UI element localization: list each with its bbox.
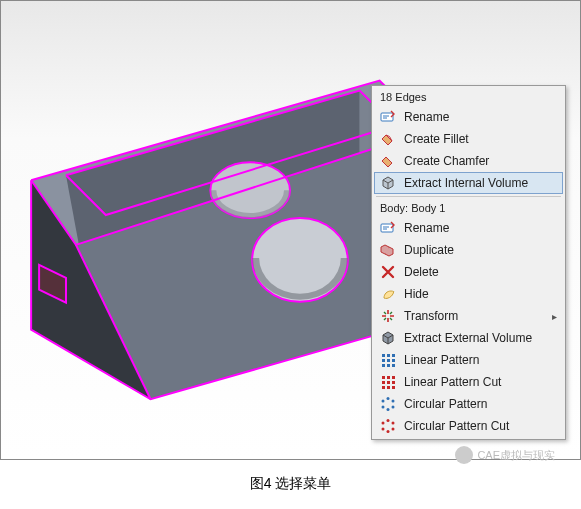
menu-item-extract-internal-volume[interactable]: Extract Internal Volume (374, 172, 563, 194)
menu-label: Create Chamfer (404, 154, 557, 168)
svg-point-40 (387, 430, 390, 433)
svg-point-35 (382, 406, 385, 409)
svg-rect-30 (392, 386, 395, 389)
svg-rect-13 (382, 354, 385, 357)
circular-pattern-icon (380, 396, 396, 412)
menu-label: Circular Pattern Cut (404, 419, 557, 433)
hide-icon (380, 286, 396, 302)
svg-point-32 (392, 400, 395, 403)
menu-item-linear-pattern[interactable]: Linear Pattern (374, 349, 563, 371)
linear-pattern-cut-icon (380, 374, 396, 390)
menu-label: Rename (404, 110, 557, 124)
svg-rect-18 (392, 359, 395, 362)
menu-item-create-chamfer[interactable]: Create Chamfer (374, 150, 563, 172)
chamfer-icon (380, 153, 396, 169)
menu-item-circular-pattern[interactable]: Circular Pattern (374, 393, 563, 415)
svg-rect-19 (382, 364, 385, 367)
svg-rect-28 (382, 386, 385, 389)
svg-rect-24 (392, 376, 395, 379)
svg-point-42 (382, 422, 385, 425)
svg-point-34 (387, 408, 390, 411)
menu-label: Transform (404, 309, 557, 323)
menu-header-edges: 18 Edges (374, 88, 563, 106)
menu-label: Hide (404, 287, 557, 301)
svg-rect-23 (387, 376, 390, 379)
svg-point-31 (387, 397, 390, 400)
transform-icon (380, 308, 396, 324)
svg-rect-26 (387, 381, 390, 384)
viewport-3d[interactable]: 18 Edges Rename Create Fillet Create Cha… (0, 0, 581, 460)
menu-item-circular-pattern-cut[interactable]: Circular Pattern Cut (374, 415, 563, 437)
svg-rect-22 (382, 376, 385, 379)
menu-label: Create Fillet (404, 132, 557, 146)
svg-point-39 (392, 428, 395, 431)
menu-item-linear-pattern-cut[interactable]: Linear Pattern Cut (374, 371, 563, 393)
fillet-icon (380, 131, 396, 147)
svg-point-41 (382, 428, 385, 431)
extract-external-icon (380, 330, 396, 346)
menu-label: Rename (404, 221, 557, 235)
extract-internal-icon (380, 175, 396, 191)
menu-item-hide[interactable]: Hide (374, 283, 563, 305)
svg-rect-16 (382, 359, 385, 362)
menu-label: Delete (404, 265, 557, 279)
svg-rect-21 (392, 364, 395, 367)
duplicate-icon (380, 242, 396, 258)
svg-point-38 (392, 422, 395, 425)
svg-rect-15 (392, 354, 395, 357)
menu-label: Linear Pattern (404, 353, 557, 367)
delete-icon (380, 264, 396, 280)
watermark-icon (455, 446, 473, 464)
svg-rect-20 (387, 364, 390, 367)
menu-label: Duplicate (404, 243, 557, 257)
watermark: CAE虚拟与现实 (455, 446, 555, 464)
svg-point-36 (382, 400, 385, 403)
watermark-text: CAE虚拟与现实 (477, 448, 555, 463)
menu-label: Extract Internal Volume (404, 176, 557, 190)
menu-item-delete[interactable]: Delete (374, 261, 563, 283)
rename-icon (380, 109, 396, 125)
menu-label: Extract External Volume (404, 331, 557, 345)
figure-caption: 图4 选择菜单 (0, 475, 581, 493)
menu-item-extract-external-volume[interactable]: Extract External Volume (374, 327, 563, 349)
svg-rect-29 (387, 386, 390, 389)
context-menu: 18 Edges Rename Create Fillet Create Cha… (371, 85, 566, 440)
menu-item-rename-body[interactable]: Rename (374, 217, 563, 239)
menu-item-rename-edges[interactable]: Rename (374, 106, 563, 128)
menu-item-duplicate[interactable]: Duplicate (374, 239, 563, 261)
menu-label: Linear Pattern Cut (404, 375, 557, 389)
svg-rect-27 (392, 381, 395, 384)
linear-pattern-icon (380, 352, 396, 368)
svg-rect-25 (382, 381, 385, 384)
menu-label: Circular Pattern (404, 397, 557, 411)
svg-point-37 (387, 419, 390, 422)
svg-rect-17 (387, 359, 390, 362)
menu-item-transform[interactable]: Transform (374, 305, 563, 327)
svg-rect-14 (387, 354, 390, 357)
rename-icon (380, 220, 396, 236)
svg-point-33 (392, 406, 395, 409)
menu-separator (376, 196, 561, 197)
menu-item-create-fillet[interactable]: Create Fillet (374, 128, 563, 150)
menu-header-body: Body: Body 1 (374, 199, 563, 217)
circular-pattern-cut-icon (380, 418, 396, 434)
